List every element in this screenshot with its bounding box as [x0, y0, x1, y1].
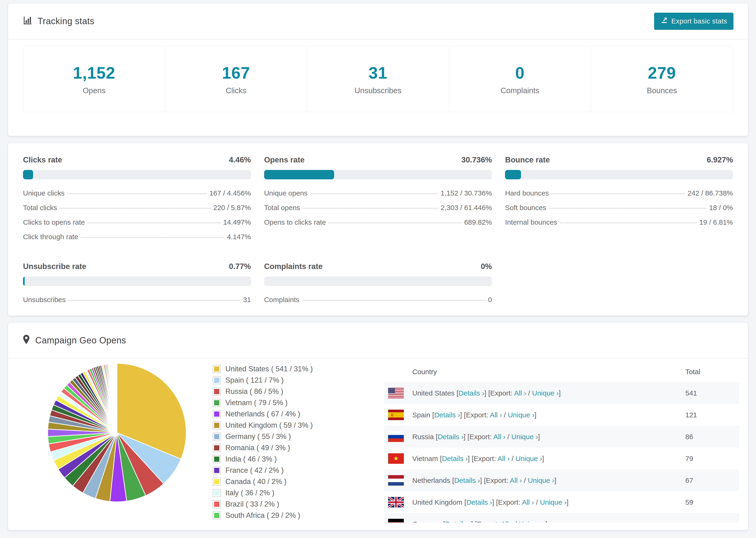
geo-table-header: Country Total — [384, 361, 739, 382]
details-link[interactable]: Details › — [434, 411, 460, 419]
rate-title: Complaints rate — [264, 262, 323, 271]
legend-label: Netherlands ( 67 / 4% ) — [225, 410, 300, 418]
export-all-link[interactable]: All › — [498, 455, 510, 462]
country-name: Germany — [412, 520, 443, 523]
bracket-text: [ — [457, 389, 458, 397]
legend-swatch — [213, 489, 221, 497]
country-cell: United Kingdom [Details ›] [Export: All … — [412, 498, 685, 506]
legend-item-brazil[interactable]: Brazil ( 33 / 2% ) — [213, 500, 363, 509]
rate-detail-label: Click through rate — [23, 233, 78, 241]
rate-title-row: Opens rate30.736% — [264, 155, 492, 164]
progress-bar — [264, 277, 492, 286]
export-all-link[interactable]: All › — [493, 433, 506, 441]
export-all-link[interactable]: All › — [510, 476, 522, 484]
total-cell: 67 — [685, 476, 739, 484]
export-all-link[interactable]: All › — [501, 520, 513, 523]
country-cell: Spain [Details ›] [Export: All › / Uniqu… — [412, 411, 685, 419]
export-unique-link[interactable]: Unique › — [519, 520, 545, 523]
legend-swatch — [213, 500, 221, 508]
rate-detail-label: Complaints — [264, 296, 299, 304]
stat-value: 279 — [648, 64, 676, 82]
legend-item-italy[interactable]: Italy ( 36 / 2% ) — [213, 489, 363, 497]
table-row-ru: Russia [Details ›] [Export: All › / Uniq… — [384, 426, 739, 448]
rates-grid: Clicks rate4.46%Unique clicks167 / 4.456… — [23, 155, 733, 310]
flag-icon-de — [388, 519, 404, 522]
pie-slice-other[interactable] — [117, 363, 117, 433]
stat-label: Unsubscribes — [354, 86, 402, 95]
dotted-leader — [310, 193, 438, 194]
country-name: United States — [412, 389, 457, 397]
rate-title-row: Complaints rate0% — [264, 262, 492, 271]
legend-item-india[interactable]: India ( 46 / 3% ) — [213, 455, 363, 463]
progress-bar — [505, 170, 733, 179]
rate-title-row: Unsubscribe rate0.77% — [23, 262, 251, 271]
separator-text: / — [522, 476, 528, 484]
legend-item-russia[interactable]: Russia ( 86 / 5% ) — [213, 387, 363, 396]
export-unique-link[interactable]: Unique › — [508, 411, 534, 419]
table-row-vn: Vietnam [Details ›] [Export: All › / Uni… — [384, 448, 739, 469]
stat-label: Complaints — [501, 86, 539, 95]
rate-detail-value: 689.82% — [464, 218, 492, 226]
legend-item-germany[interactable]: Germany ( 55 / 3% ) — [213, 432, 363, 441]
bracket-text: ] — [534, 411, 536, 419]
legend-swatch — [213, 433, 221, 441]
geo-header: Campaign Geo Opens — [8, 323, 748, 358]
stat-value: 167 — [222, 64, 250, 82]
separator-text: / — [506, 433, 512, 441]
rate-detail-label: Hard bounces — [505, 189, 549, 197]
summary-stats-row: 1,152Opens167Clicks31Unsubscribes0Compla… — [23, 46, 733, 112]
geo-content: United States ( 541 / 31% )Spain ( 121 /… — [8, 359, 748, 530]
export-all-link[interactable]: All › — [490, 411, 502, 419]
rate-detail-label: Unique clicks — [23, 189, 65, 197]
legend-item-netherlands[interactable]: Netherlands ( 67 / 4% ) — [213, 410, 363, 418]
stat-value: 0 — [515, 64, 525, 82]
export-basic-stats-button[interactable]: Export basic stats — [654, 13, 733, 30]
export-unique-link[interactable]: Unique › — [515, 455, 542, 462]
rate-detail-label: Opens to clicks rate — [264, 218, 326, 226]
export-all-link[interactable]: All › — [514, 389, 526, 397]
legend-item-canada[interactable]: Canada ( 40 / 2% ) — [213, 477, 363, 486]
details-link[interactable]: Details › — [438, 433, 463, 441]
export-all-link[interactable]: All › — [522, 498, 534, 506]
export-unique-link[interactable]: Unique › — [540, 498, 567, 506]
separator-text: / — [513, 520, 519, 523]
rate-group-complaints-rate: Complaints rate0%Complaints0 — [264, 262, 492, 310]
rate-detail-rows: Complaints0 — [264, 296, 492, 304]
export-unique-link[interactable]: Unique › — [512, 433, 538, 441]
rate-detail-value: 19 / 6.81% — [699, 218, 733, 226]
dotted-leader — [67, 193, 207, 194]
legend-item-united-kingdom[interactable]: United Kingdom ( 59 / 3% ) — [213, 421, 363, 430]
progress-bar — [23, 277, 251, 286]
details-link[interactable]: Details › — [442, 455, 468, 462]
bracket-text: ] — [559, 389, 561, 397]
dotted-leader — [87, 223, 220, 223]
rate-title: Opens rate — [264, 155, 304, 164]
dotted-leader — [81, 237, 224, 238]
legend-label: Romania ( 49 / 3% ) — [225, 444, 290, 452]
country-name: Vietnam — [412, 455, 440, 462]
legend-item-romania[interactable]: Romania ( 49 / 3% ) — [213, 444, 363, 452]
legend-item-spain[interactable]: Spain ( 121 / 7% ) — [213, 376, 363, 385]
export-unique-link[interactable]: Unique › — [532, 389, 559, 397]
legend-label: South Africa ( 29 / 2% ) — [225, 511, 300, 520]
details-link[interactable]: Details › — [466, 498, 492, 506]
bracket-text: ] [Export: — [460, 411, 490, 419]
legend-item-united-states[interactable]: United States ( 541 / 31% ) — [213, 365, 363, 373]
bracket-text: [ — [440, 455, 442, 462]
table-row-de: Germany [Details ›] [Export: All › / Uni… — [384, 513, 739, 522]
export-unique-link[interactable]: Unique › — [528, 476, 554, 484]
details-link[interactable]: Details › — [445, 520, 471, 523]
legend-item-south-africa[interactable]: South Africa ( 29 / 2% ) — [213, 511, 363, 520]
tracking-stats-header: Tracking stats Export basic stats — [8, 4, 748, 39]
legend-item-france[interactable]: France ( 42 / 2% ) — [213, 466, 363, 475]
rate-detail-label: Total clicks — [23, 204, 57, 212]
details-link[interactable]: Details › — [454, 476, 480, 484]
stat-value: 31 — [369, 64, 387, 82]
rate-value: 0.77% — [229, 262, 251, 271]
legend-item-vietnam[interactable]: Vietnam ( 79 / 5% ) — [213, 399, 363, 407]
dotted-leader — [69, 300, 241, 301]
bracket-text: [ — [443, 520, 445, 523]
total-column-header: Total — [685, 368, 739, 376]
flag-icon-es — [388, 409, 404, 420]
details-link[interactable]: Details › — [459, 389, 484, 397]
